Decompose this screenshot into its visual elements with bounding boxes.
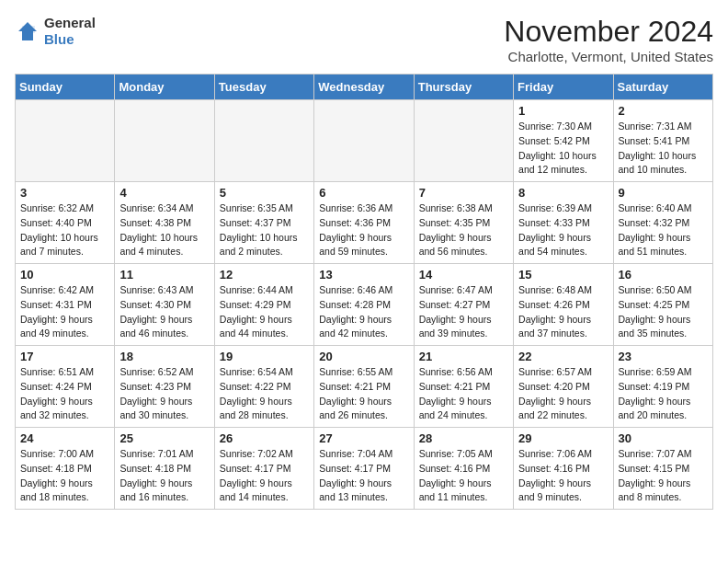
day-info: Sunrise: 6:38 AM Sunset: 4:35 PM Dayligh… xyxy=(419,201,508,259)
day-cell: 14Sunrise: 6:47 AM Sunset: 4:27 PM Dayli… xyxy=(414,264,513,346)
day-info: Sunrise: 7:05 AM Sunset: 4:16 PM Dayligh… xyxy=(419,447,508,505)
day-number: 18 xyxy=(119,350,209,363)
week-row-1: 1Sunrise: 7:30 AM Sunset: 5:42 PM Daylig… xyxy=(16,100,713,182)
header-row: SundayMondayTuesdayWednesdayThursdayFrid… xyxy=(16,75,713,100)
day-number: 22 xyxy=(518,350,608,363)
day-number: 30 xyxy=(619,431,708,445)
day-number: 25 xyxy=(119,431,209,445)
day-cell: 19Sunrise: 6:54 AM Sunset: 4:22 PM Dayli… xyxy=(214,346,313,428)
day-number: 8 xyxy=(518,186,608,200)
day-cell: 8Sunrise: 6:39 AM Sunset: 4:33 PM Daylig… xyxy=(514,182,613,264)
day-info: Sunrise: 6:40 AM Sunset: 4:32 PM Dayligh… xyxy=(619,201,708,259)
day-cell: 5Sunrise: 6:35 AM Sunset: 4:37 PM Daylig… xyxy=(214,182,313,264)
day-number: 14 xyxy=(419,268,508,282)
day-info: Sunrise: 6:42 AM Sunset: 4:31 PM Dayligh… xyxy=(20,283,109,341)
day-cell: 6Sunrise: 6:36 AM Sunset: 4:36 PM Daylig… xyxy=(314,182,414,264)
day-header-saturday: Saturday xyxy=(613,75,712,100)
day-number: 9 xyxy=(619,186,708,200)
day-number: 23 xyxy=(619,350,708,363)
day-cell: 27Sunrise: 7:04 AM Sunset: 4:17 PM Dayli… xyxy=(314,428,414,510)
day-info: Sunrise: 6:39 AM Sunset: 4:33 PM Dayligh… xyxy=(518,201,608,259)
day-cell: 30Sunrise: 7:07 AM Sunset: 4:15 PM Dayli… xyxy=(613,428,712,510)
day-cell: 26Sunrise: 7:02 AM Sunset: 4:17 PM Dayli… xyxy=(214,428,313,510)
day-info: Sunrise: 6:57 AM Sunset: 4:20 PM Dayligh… xyxy=(518,365,608,423)
day-header-sunday: Sunday xyxy=(16,75,115,100)
day-cell: 21Sunrise: 6:56 AM Sunset: 4:21 PM Dayli… xyxy=(414,346,513,428)
day-info: Sunrise: 6:44 AM Sunset: 4:29 PM Dayligh… xyxy=(220,283,309,341)
day-number: 6 xyxy=(319,186,408,200)
day-number: 17 xyxy=(20,350,109,363)
day-info: Sunrise: 6:43 AM Sunset: 4:30 PM Dayligh… xyxy=(119,283,209,341)
title-area: November 2024 Charlotte, Vermont, United… xyxy=(504,15,713,64)
logo-icon xyxy=(15,18,40,44)
day-header-friday: Friday xyxy=(514,75,613,100)
day-cell: 10Sunrise: 6:42 AM Sunset: 4:31 PM Dayli… xyxy=(16,264,115,346)
day-info: Sunrise: 6:48 AM Sunset: 4:26 PM Dayligh… xyxy=(518,283,608,341)
day-info: Sunrise: 7:01 AM Sunset: 4:18 PM Dayligh… xyxy=(119,447,209,505)
day-number: 4 xyxy=(119,186,209,200)
week-row-3: 10Sunrise: 6:42 AM Sunset: 4:31 PM Dayli… xyxy=(16,264,713,346)
day-number: 24 xyxy=(20,431,109,445)
day-cell xyxy=(414,100,513,182)
day-info: Sunrise: 6:51 AM Sunset: 4:24 PM Dayligh… xyxy=(20,365,109,423)
day-number: 29 xyxy=(518,431,608,445)
day-cell: 23Sunrise: 6:59 AM Sunset: 4:19 PM Dayli… xyxy=(613,346,712,428)
day-cell: 28Sunrise: 7:05 AM Sunset: 4:16 PM Dayli… xyxy=(414,428,513,510)
day-number: 26 xyxy=(220,431,309,445)
day-info: Sunrise: 7:07 AM Sunset: 4:15 PM Dayligh… xyxy=(619,447,708,505)
week-row-4: 17Sunrise: 6:51 AM Sunset: 4:24 PM Dayli… xyxy=(16,346,713,428)
day-cell: 1Sunrise: 7:30 AM Sunset: 5:42 PM Daylig… xyxy=(514,100,613,182)
day-number: 10 xyxy=(20,268,109,282)
day-info: Sunrise: 6:59 AM Sunset: 4:19 PM Dayligh… xyxy=(619,365,708,423)
day-cell: 12Sunrise: 6:44 AM Sunset: 4:29 PM Dayli… xyxy=(214,264,313,346)
day-header-tuesday: Tuesday xyxy=(214,75,313,100)
day-info: Sunrise: 7:06 AM Sunset: 4:16 PM Dayligh… xyxy=(518,447,608,505)
day-info: Sunrise: 7:02 AM Sunset: 4:17 PM Dayligh… xyxy=(220,447,309,505)
day-number: 19 xyxy=(220,350,309,363)
day-number: 15 xyxy=(518,268,608,282)
day-number: 7 xyxy=(419,186,508,200)
day-number: 3 xyxy=(20,186,109,200)
day-header-thursday: Thursday xyxy=(414,75,513,100)
day-info: Sunrise: 6:52 AM Sunset: 4:23 PM Dayligh… xyxy=(119,365,209,423)
day-cell xyxy=(16,100,115,182)
day-info: Sunrise: 6:56 AM Sunset: 4:21 PM Dayligh… xyxy=(419,365,508,423)
day-cell: 22Sunrise: 6:57 AM Sunset: 4:20 PM Dayli… xyxy=(514,346,613,428)
day-info: Sunrise: 6:34 AM Sunset: 4:38 PM Dayligh… xyxy=(119,201,209,259)
day-info: Sunrise: 7:04 AM Sunset: 4:17 PM Dayligh… xyxy=(319,447,408,505)
day-cell: 4Sunrise: 6:34 AM Sunset: 4:38 PM Daylig… xyxy=(115,182,214,264)
week-row-2: 3Sunrise: 6:32 AM Sunset: 4:40 PM Daylig… xyxy=(16,182,713,264)
day-cell: 13Sunrise: 6:46 AM Sunset: 4:28 PM Dayli… xyxy=(314,264,414,346)
day-cell: 24Sunrise: 7:00 AM Sunset: 4:18 PM Dayli… xyxy=(16,428,115,510)
day-header-monday: Monday xyxy=(115,75,214,100)
day-number: 1 xyxy=(518,104,608,118)
day-cell: 16Sunrise: 6:50 AM Sunset: 4:25 PM Dayli… xyxy=(613,264,712,346)
day-info: Sunrise: 6:46 AM Sunset: 4:28 PM Dayligh… xyxy=(319,283,408,341)
month-title: November 2024 xyxy=(504,15,713,49)
day-info: Sunrise: 7:00 AM Sunset: 4:18 PM Dayligh… xyxy=(20,447,109,505)
day-number: 5 xyxy=(220,186,309,200)
day-info: Sunrise: 7:31 AM Sunset: 5:41 PM Dayligh… xyxy=(619,120,708,178)
day-cell: 20Sunrise: 6:55 AM Sunset: 4:21 PM Dayli… xyxy=(314,346,414,428)
day-cell: 9Sunrise: 6:40 AM Sunset: 4:32 PM Daylig… xyxy=(613,182,712,264)
day-cell xyxy=(115,100,214,182)
day-cell xyxy=(214,100,313,182)
day-number: 27 xyxy=(319,431,408,445)
day-number: 11 xyxy=(119,268,209,282)
day-cell: 11Sunrise: 6:43 AM Sunset: 4:30 PM Dayli… xyxy=(115,264,214,346)
day-cell: 15Sunrise: 6:48 AM Sunset: 4:26 PM Dayli… xyxy=(514,264,613,346)
day-cell: 25Sunrise: 7:01 AM Sunset: 4:18 PM Dayli… xyxy=(115,428,214,510)
day-info: Sunrise: 6:54 AM Sunset: 4:22 PM Dayligh… xyxy=(220,365,309,423)
day-number: 28 xyxy=(419,431,508,445)
logo-text: General Blue xyxy=(44,15,96,48)
day-cell: 2Sunrise: 7:31 AM Sunset: 5:41 PM Daylig… xyxy=(613,100,712,182)
day-cell: 3Sunrise: 6:32 AM Sunset: 4:40 PM Daylig… xyxy=(16,182,115,264)
day-header-wednesday: Wednesday xyxy=(314,75,414,100)
day-number: 12 xyxy=(220,268,309,282)
day-number: 16 xyxy=(619,268,708,282)
day-info: Sunrise: 6:55 AM Sunset: 4:21 PM Dayligh… xyxy=(319,365,408,423)
logo: General Blue xyxy=(15,15,96,48)
location: Charlotte, Vermont, United States xyxy=(504,49,713,64)
week-row-5: 24Sunrise: 7:00 AM Sunset: 4:18 PM Dayli… xyxy=(16,428,713,510)
day-cell: 17Sunrise: 6:51 AM Sunset: 4:24 PM Dayli… xyxy=(16,346,115,428)
